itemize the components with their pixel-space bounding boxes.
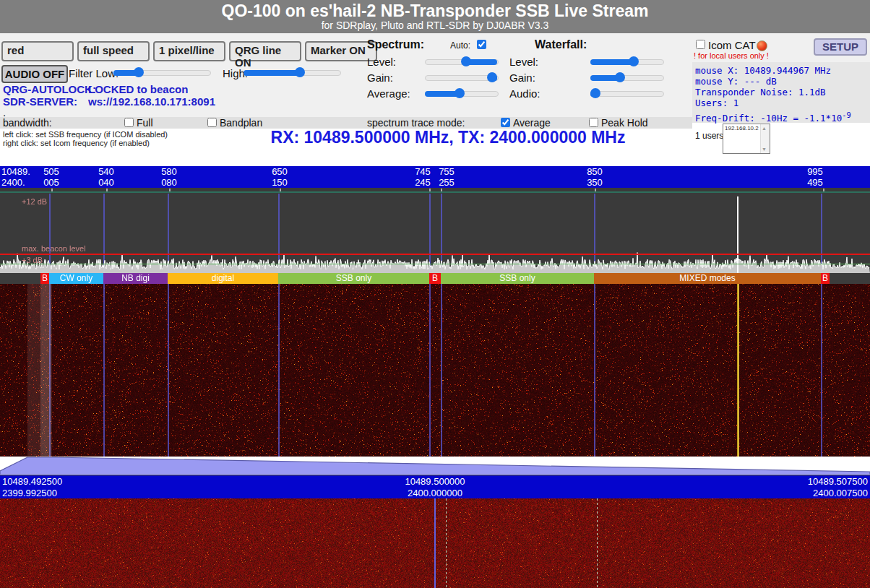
scale-label-rx-755: 755 [432,166,461,177]
main-waterfall-canvas[interactable] [0,284,870,457]
bandplan-segment-NB digi: NB digi [103,273,168,284]
spectrum-sliders: Level:Gain:Average: [367,53,497,101]
spectrum-display[interactable]: +12 dB max. beacon level +3 dB [0,194,870,273]
filter-low-label: Filter Low: [69,67,119,79]
beacon-carrier-core [738,284,738,457]
plus12db-label: +12 dB [22,197,47,206]
user-list-scrollbar[interactable]: ▲ ▼ [760,124,770,153]
full-checkbox[interactable] [124,118,134,127]
spectrum-top-line [0,191,870,193]
scroll-down-icon[interactable]: ▼ [762,147,767,152]
icom-cat-checkbox[interactable] [696,40,705,49]
info-line-3: Users: 1 [692,98,870,108]
sdr-server-value: ws://192.168.10.171:8091 [88,95,215,108]
scale-label-tx-080: 080 [155,177,184,188]
waterfall-sliders: Level:Gain:Audio: [509,53,663,101]
scale-label-tx-255: 255 [432,177,461,188]
zoom-right-rx: 10489.507500 [808,476,868,488]
mouse-info-block: mouse X: 10489.944967 MHzmouse Y: --- dB… [692,62,870,123]
hints: left click: set SSB frequency (if ICOM d… [3,130,168,147]
scale-label-tx-495: 495 [801,177,830,188]
user-list[interactable]: ▲ ▼ 192.168.10.2 [723,124,770,154]
filter-edge-marker-1 [597,498,598,588]
slider-label: Average: [367,87,425,100]
qrg-center-line [434,498,436,588]
spectrum-sliders-slider-2[interactable] [425,88,497,98]
zoom-waterfall[interactable] [0,498,870,588]
autolock-value: LOCKED to beacon [88,83,188,95]
main-waterfall[interactable] [0,284,870,457]
scale-label-tx-005: 005 [37,177,66,188]
average-checkbox[interactable] [501,118,510,127]
bandplan-segment-SSB only: SSB only [278,273,429,284]
max-beacon-level-line [0,254,870,255]
scale-label-rx-850: 850 [580,166,609,177]
bandplan-label: Bandplan [220,117,262,129]
toolbar-buttons: redfull speed1 pixel/lineQRG line ONMark… [1,41,377,61]
zoom-center-tx: 2400.000000 [0,488,870,499]
rx-tx-frequency-display: RX: 10489.500000 MHz, TX: 2400.000000 MH… [195,128,701,147]
zoom-center-rx: 10489.500000 [0,476,870,488]
grid-line [821,284,822,457]
scale-label-rx-580: 580 [155,166,184,177]
zoom-trapezoid [0,457,870,475]
freq-drift-line: Freq-Drift: -10Hz = -1.1*10-9 [692,111,870,124]
bandplan-segment-SSB only: SSB only [441,273,594,284]
grid-line [441,284,442,457]
filter-low-slider[interactable] [113,67,210,77]
waterfall-sliders-slider-1[interactable] [590,72,663,82]
auto-checkbox[interactable] [477,40,486,49]
page-header: QO-100 on es'hail-2 NB-Transponder SSB L… [0,0,870,33]
peak-hold-checkbox[interactable] [589,118,598,127]
toolbar-button-4[interactable]: Marker ON [305,41,377,61]
zoom-region-highlight-inner [40,284,51,457]
bandplan-segment-digital: digital [168,273,278,284]
toolbar-button-1[interactable]: full speed [77,41,150,61]
bandplan-checkbox[interactable] [207,118,217,127]
freq-drift-exponent: -9 [842,111,851,119]
zoom-scale-row-rx: 10489.492500 10489.500000 10489.507500 [0,476,870,488]
page-title: QO-100 on es'hail-2 NB-Transponder SSB L… [0,0,870,20]
info-line-0: mouse X: 10489.944967 MHz [692,65,870,76]
bandplan-bar: BCW onlyNB digidigitalSSB onlyBSSB onlyM… [0,273,870,284]
freq-drift-text: Freq-Drift: -10Hz = -1.1*10 [695,113,842,124]
scroll-up-icon[interactable]: ▲ [762,126,767,131]
scale-label-rx-995: 995 [801,166,830,177]
spectrum-trace-canvas[interactable] [0,194,870,273]
scale-label-rx-505: 505 [37,166,66,177]
scale-label-tx-150: 150 [265,177,294,188]
trace-mode-label: spectrum trace mode: [367,117,465,129]
grid-line [429,284,431,457]
bandplan-segment-B: B [429,273,441,284]
zoom-frequency-scale: 10489.492500 10489.500000 10489.507500 2… [0,475,870,499]
toolbar-button-3[interactable]: QRG line ON [229,41,301,61]
toolbar-button-2[interactable]: 1 pixel/line [153,41,225,61]
full-label: Full [137,117,153,129]
waterfall-panel-title: Waterfall: [535,38,587,51]
spectrum-sliders-slider-0[interactable] [425,56,497,66]
local-users-warning: ! for local users only ! [694,51,769,60]
audio-off-button[interactable]: AUDIO OFF [1,65,68,83]
qo100-websdr-app: QO-100 on es'hail-2 NB-Transponder SSB L… [0,0,870,588]
grid-line [278,284,280,457]
waterfall-sliders-slider-0[interactable] [590,56,663,66]
setup-button[interactable]: SETUP [814,38,867,56]
toolbar-button-0[interactable]: red [1,41,74,61]
filter-high-slider[interactable] [244,67,340,77]
auto-label: Auto: [450,40,470,51]
plus3db-label: +3 dB [22,256,43,264]
info-line-2: Transponder Noise: 1.1dB [692,87,870,98]
zoom-scale-row-tx: 2399.992500 2400.000000 2400.007500 [0,488,870,499]
filter-high-slot [244,67,340,77]
frequency-scale: 10489. 505540580650745755850995 2400. 00… [0,166,870,188]
scale-tx-prefix: 2400. [1,177,25,188]
hint-0: left click: set SSB frequency (if ICOM d… [3,130,168,139]
scale-label-rx-650: 650 [265,166,294,177]
spectrum-sliders-slider-1[interactable] [425,72,497,82]
scale-row-rx: 10489. 505540580650745755850995 [0,166,870,177]
waterfall-sliders-slider-2[interactable] [590,88,663,98]
bandplan-segment-gap [830,273,870,284]
max-beacon-level-label: max. beacon level [22,244,86,253]
users-count-label: 1 users: [695,131,726,141]
grid-line [103,284,105,457]
